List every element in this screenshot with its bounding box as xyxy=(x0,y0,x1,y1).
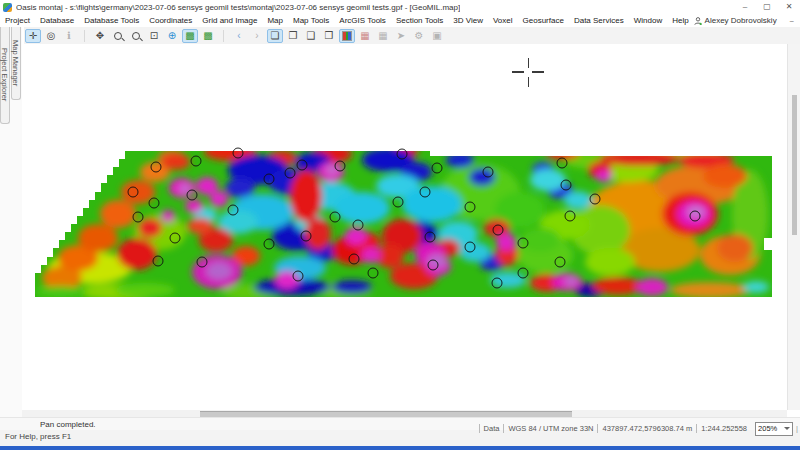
menu-map[interactable]: Map xyxy=(262,14,288,27)
map-window-tool-1[interactable]: ❏ xyxy=(267,29,283,43)
zoom-combo[interactable]: 205% xyxy=(755,422,793,436)
menu-database[interactable]: Database xyxy=(35,14,79,27)
app-icon xyxy=(3,3,12,12)
help-text: For Help, press F1 xyxy=(5,432,71,441)
menu-database-tools[interactable]: Database Tools xyxy=(79,14,144,27)
dynamic-zoom-tool[interactable] xyxy=(110,29,126,43)
scale-panel: 1:244.252558 xyxy=(696,424,751,433)
snapshot-tool: ▣ xyxy=(429,29,445,43)
menu-geosurface[interactable]: Geosurface xyxy=(518,14,569,27)
toolbar-separator xyxy=(217,30,224,42)
sidebar-tab-project-explorer[interactable]: Project Explorer xyxy=(0,27,10,124)
refresh-map-tool[interactable]: ▩ xyxy=(200,29,216,43)
menu-map-tools[interactable]: Map Tools xyxy=(288,14,334,27)
map-window-tool-4[interactable]: ❒ xyxy=(321,29,337,43)
menu-3d-view[interactable]: 3D View xyxy=(448,14,488,27)
dataset-panel: Data xyxy=(479,424,504,433)
pan-map-tool[interactable]: ✛ xyxy=(25,29,41,43)
zoom-tool[interactable] xyxy=(128,29,144,43)
forward-button: › xyxy=(249,29,265,43)
sidebar-tab-map-manager[interactable]: Map Manager xyxy=(11,27,21,100)
menu-voxel[interactable]: Voxel xyxy=(488,14,518,27)
map-window-tool-2[interactable]: ❐ xyxy=(285,29,301,43)
user-name[interactable]: Alexey Dobrovolskiy xyxy=(705,16,777,25)
close-button[interactable]: ✕ xyxy=(778,0,800,14)
chevron-down-icon xyxy=(784,427,790,430)
menu-grid-and-image[interactable]: Grid and Image xyxy=(197,14,262,27)
menu-items: ProjectDatabaseDatabase ToolsCoordinates… xyxy=(0,14,694,27)
title-bar: Oasis montaj - s:\flights\germany\2023-0… xyxy=(0,0,800,15)
menu-section-tools[interactable]: Section Tools xyxy=(391,14,448,27)
zoom-value: 205% xyxy=(758,424,784,433)
magnifier-icon xyxy=(132,32,140,40)
map-window-tool-3[interactable]: ❑ xyxy=(303,29,319,43)
cursor-tool: ➤ xyxy=(393,29,409,43)
menu-project[interactable]: Project xyxy=(0,14,35,27)
coordinates-panel: 437897.472,5796308.74 m xyxy=(597,424,696,433)
minimize-button[interactable]: – xyxy=(734,0,756,14)
crs-panel: WGS 84 / UTM zone 33N xyxy=(503,424,597,433)
full-map-extent-tool[interactable]: ⊕ xyxy=(164,29,180,43)
dot-grid-red-tool: ▦ xyxy=(357,29,373,43)
toolbar-separator xyxy=(78,30,85,42)
color-tool[interactable] xyxy=(339,29,355,43)
toolbar-buttons: ✛◎ℹ✥⊡⊕▩▩‹›❏❐❑❒▦▦➤⚙▣ xyxy=(24,29,446,43)
menu-bar: ProjectDatabaseDatabase ToolsCoordinates… xyxy=(0,14,800,27)
info-tool: ℹ xyxy=(61,29,77,43)
back-button[interactable]: ‹ xyxy=(231,29,247,43)
dot-grid-tool: ▦ xyxy=(375,29,391,43)
status-message: Pan completed. xyxy=(40,420,96,429)
map-canvas[interactable] xyxy=(22,44,787,410)
vertical-scrollbar-thumb[interactable] xyxy=(792,95,797,235)
gear-tool: ⚙ xyxy=(411,29,427,43)
status-right-panels: Data WGS 84 / UTM zone 33N 437897.472,57… xyxy=(479,421,798,436)
maximize-button[interactable]: ▢ xyxy=(756,0,778,14)
end-separator: | xyxy=(796,424,798,433)
menu-data-services[interactable]: Data Services xyxy=(569,14,629,27)
menu-help[interactable]: Help xyxy=(667,14,693,27)
horizontal-scrollbar[interactable] xyxy=(22,410,787,417)
user-icon xyxy=(694,17,702,25)
zoom-box-tool[interactable]: ⊡ xyxy=(146,29,162,43)
menu-arcgis-tools[interactable]: ArcGIS Tools xyxy=(334,14,391,27)
vertical-scrollbar[interactable] xyxy=(787,44,800,410)
map-viewport[interactable] xyxy=(22,44,787,410)
palette-icon xyxy=(342,31,352,41)
window-title: Oasis montaj - s:\flights\germany\2023-0… xyxy=(16,3,460,12)
mdi-minimize-button[interactable]: – xyxy=(785,14,799,27)
magnifier-icon xyxy=(114,32,122,40)
menu-coordinates[interactable]: Coordinates xyxy=(144,14,197,27)
redraw-map-tool[interactable]: ▩ xyxy=(182,29,198,43)
menu-window[interactable]: Window xyxy=(629,14,667,27)
sidebar: Project Explorer Map Manager xyxy=(0,27,22,417)
toolbar: ✛◎ℹ✥⊡⊕▩▩‹›❏❐❑❒▦▦➤⚙▣ xyxy=(24,27,800,45)
taskbar-sliver xyxy=(0,446,800,450)
interactive-zoom-tool[interactable]: ◎ xyxy=(43,29,59,43)
pan-hand-tool[interactable]: ✥ xyxy=(92,29,108,43)
